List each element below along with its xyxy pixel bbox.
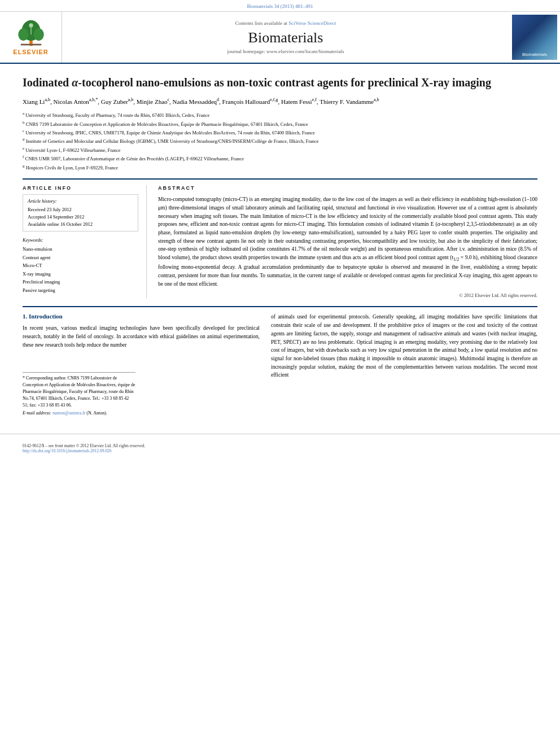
affiliation-b: b CNRS 7199 Laboratoire de Conception et…: [23, 120, 537, 128]
footer-bottom: 0142-9612/$ – see front matter © 2012 El…: [23, 443, 537, 453]
keyword-2: Contrast agent: [23, 254, 138, 261]
affiliation-c: c University of Strasbourg, IPHC, CNRS, …: [23, 128, 537, 137]
intro-heading: 1. Introduction: [23, 313, 260, 320]
elsevier-logo: ELSEVIER: [13, 19, 48, 55]
footer-left: 0142-9612/$ – see front matter © 2012 El…: [23, 443, 145, 453]
keywords-section: Keywords: Nano-emulsion Contrast agent M…: [23, 237, 138, 294]
keyword-4: X-ray imaging: [23, 270, 138, 278]
journal-header-center: Contents lists available at SciVerse Sci…: [62, 12, 509, 63]
keyword-6: Passive targeting: [23, 286, 138, 294]
affiliation-d: d Institute of Genetics and Molecular an…: [23, 137, 537, 145]
keyword-5: Preclinical imaging: [23, 278, 138, 286]
introduction-left: 1. Introduction In recent years, various…: [23, 313, 260, 416]
journal-homepage: journal homepage: www.elsevier.com/locat…: [228, 49, 344, 54]
article-history-box: Article history: Received 23 July 2012 A…: [23, 194, 138, 231]
elsevier-tree-icon: [14, 19, 48, 47]
elsevier-logo-area: ELSEVIER: [0, 12, 62, 63]
article-info-abstract: ARTICLE INFO Article history: Received 2…: [23, 178, 537, 298]
keyword-1: Nano-emulsion: [23, 245, 138, 253]
article-info-col: ARTICLE INFO Article history: Received 2…: [23, 185, 147, 298]
intro-right-text: of animals used for experimental protoco…: [271, 313, 537, 379]
abstract-text: Micro-computed tomography (micro-CT) is …: [158, 195, 537, 288]
corresponding-author-note: * Corresponding author. CNRS 7199 Labora…: [23, 375, 135, 409]
journal-header: ELSEVIER Contents lists available at Sci…: [0, 12, 560, 64]
copyright: © 2012 Elsevier Ltd. All rights reserved…: [158, 292, 537, 298]
introduction-right: of animals used for experimental protoco…: [271, 313, 537, 416]
svg-rect-4: [20, 44, 41, 46]
affiliations: a University of Strasbourg, Faculty of P…: [23, 111, 537, 172]
sciverse-link[interactable]: SciVerse ScienceDirect: [288, 20, 336, 26]
article-content: Iodinated α-tocopherol nano-emulsions as…: [0, 64, 560, 428]
svg-point-3: [33, 28, 43, 41]
keyword-3: Micro-CT: [23, 261, 138, 269]
keywords-title: Keywords:: [23, 237, 138, 243]
email-note: E-mail address: nanton@unistra.fr (N. An…: [23, 410, 135, 417]
received-date: Received 23 July 2012: [28, 206, 133, 213]
introduction-section: 1. Introduction In recent years, various…: [23, 313, 537, 416]
abstract-col: ABSTRACT Micro-computed tomography (micr…: [158, 185, 537, 298]
authors-line: Xiang Lia,b, Nicolas Antona,b,*, Guy Zub…: [23, 97, 537, 106]
journal-reference: Biomaterials 34 (2013) 481–491: [247, 3, 313, 9]
issn-text: 0142-9612/$ – see front matter © 2012 El…: [23, 443, 145, 448]
alpha-char: α: [72, 76, 78, 89]
footnote-box: * Corresponding author. CNRS 7199 Labora…: [23, 372, 135, 417]
history-title: Article history:: [28, 198, 133, 204]
section-divider: [23, 306, 537, 307]
available-date: Available online 16 October 2012: [28, 221, 133, 228]
svg-point-5: [29, 23, 33, 27]
affiliation-e: e Université Lyon-1, F-69622 Villeurbann…: [23, 146, 537, 154]
article-info-label: ARTICLE INFO: [23, 185, 138, 191]
footer: 0142-9612/$ – see front matter © 2012 El…: [0, 434, 560, 456]
journal-title: Biomaterials: [248, 29, 323, 46]
biomaterials-logo-box: Biomaterials: [512, 15, 557, 60]
article-title: Iodinated α-tocopherol nano-emulsions as…: [23, 75, 537, 90]
journal-logo-right: Biomaterials: [509, 12, 560, 63]
affiliation-a: a University of Strasbourg, Faculty of P…: [23, 111, 537, 119]
doi-link[interactable]: http://dx.doi.org/10.1016/j.biomaterials…: [23, 448, 145, 453]
affiliation-g: g Hospices Civils de Lyon, Lyon F-69229,…: [23, 163, 537, 172]
svg-point-2: [18, 28, 28, 41]
intro-left-text: In recent years, various medical imaging…: [23, 324, 260, 349]
accepted-date: Accepted 14 September 2012: [28, 213, 133, 221]
email-link[interactable]: nanton@unistra.fr: [53, 410, 85, 416]
biomaterials-logo-text: Biomaterials: [522, 52, 547, 58]
abstract-label: ABSTRACT: [158, 185, 537, 191]
page: Biomaterials 34 (2013) 481–491: [0, 0, 560, 747]
sciverse-description: Contents lists available at SciVerse Sci…: [235, 20, 336, 26]
affiliation-f: f CNRS UMR 5007, Laboratoire d'Automatiq…: [23, 154, 537, 163]
elsevier-text: ELSEVIER: [13, 49, 48, 55]
footnote-area: * Corresponding author. CNRS 7199 Labora…: [23, 372, 260, 417]
top-bar: Biomaterials 34 (2013) 481–491: [0, 0, 560, 12]
